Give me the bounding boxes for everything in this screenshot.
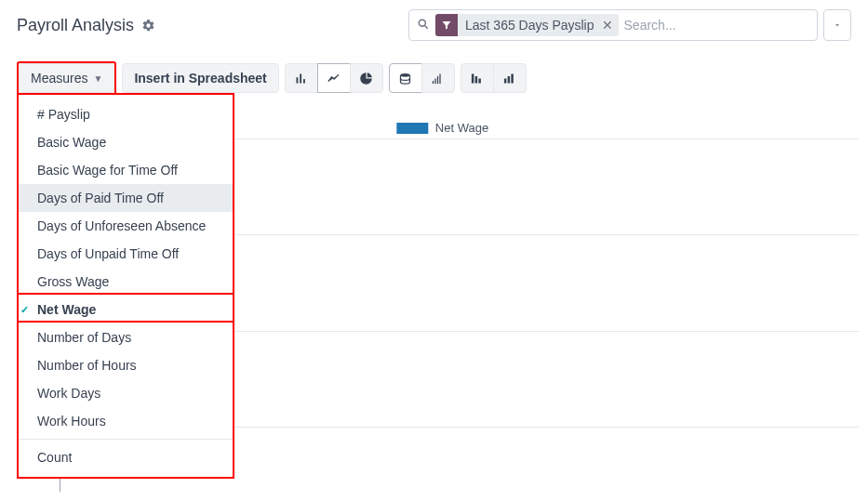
svg-rect-13 bbox=[504, 78, 507, 83]
measure-option[interactable]: Number of Days bbox=[19, 323, 233, 351]
measure-option-label: Days of Unforeseen Absence bbox=[32, 218, 206, 233]
measure-option-label: Days of Paid Time Off bbox=[32, 191, 164, 205]
pie-chart-button[interactable] bbox=[350, 63, 383, 93]
measure-option-label: Count bbox=[32, 450, 72, 465]
measure-option[interactable]: # Payslip bbox=[19, 100, 233, 128]
chart-legend[interactable]: Net Wage bbox=[396, 121, 488, 135]
line-chart-button[interactable] bbox=[317, 63, 351, 93]
filter-chip: Last 365 Days Payslip ✕ bbox=[435, 14, 619, 36]
svg-rect-14 bbox=[508, 76, 511, 84]
sort-asc-button[interactable] bbox=[493, 63, 527, 93]
svg-rect-15 bbox=[512, 73, 514, 83]
measure-option-label: Work Days bbox=[32, 386, 100, 401]
svg-rect-12 bbox=[479, 78, 482, 83]
legend-swatch bbox=[396, 123, 428, 134]
stacked-button[interactable] bbox=[389, 63, 422, 93]
measure-option-label: Number of Hours bbox=[32, 358, 137, 373]
measure-option[interactable]: Basic Wage for Time Off bbox=[19, 156, 233, 184]
svg-rect-6 bbox=[433, 81, 434, 84]
title-wrap: Payroll Analysis bbox=[17, 16, 155, 35]
measure-option[interactable]: Days of Unpaid Time Off bbox=[19, 240, 233, 268]
measure-option[interactable]: Days of Unforeseen Absence bbox=[19, 212, 233, 240]
measure-option[interactable]: Basic Wage bbox=[19, 128, 233, 156]
search-input[interactable] bbox=[624, 18, 813, 33]
measure-option[interactable]: Number of Hours bbox=[19, 351, 233, 379]
search-options-button[interactable] bbox=[823, 9, 851, 41]
dropdown-separator bbox=[19, 439, 233, 440]
measure-option[interactable]: Work Hours bbox=[19, 407, 233, 435]
measures-label: Measures bbox=[31, 71, 87, 86]
measure-option[interactable]: Gross Wage bbox=[19, 268, 233, 296]
measure-option-label: # Payslip bbox=[32, 107, 90, 122]
svg-rect-8 bbox=[437, 76, 438, 84]
svg-rect-2 bbox=[297, 77, 299, 83]
measure-option[interactable]: Work Days bbox=[19, 379, 233, 407]
sort-desc-button[interactable] bbox=[461, 63, 494, 93]
svg-rect-4 bbox=[303, 79, 305, 83]
measure-option[interactable]: ✓Net Wage bbox=[19, 296, 233, 323]
svg-rect-7 bbox=[435, 78, 436, 84]
search-icon bbox=[417, 18, 430, 33]
caret-down-icon: ▼ bbox=[93, 73, 102, 84]
insert-spreadsheet-label: Insert in Spreadsheet bbox=[134, 71, 266, 86]
svg-rect-3 bbox=[300, 73, 302, 83]
measure-option-label: Net Wage bbox=[32, 302, 96, 317]
sort-group bbox=[461, 63, 527, 93]
measure-option-label: Basic Wage for Time Off bbox=[32, 163, 178, 178]
gear-icon[interactable] bbox=[141, 19, 155, 33]
measure-option-count[interactable]: Count bbox=[19, 443, 233, 471]
cumulative-button[interactable] bbox=[421, 63, 455, 93]
filter-chip-label: Last 365 Days Payslip bbox=[458, 18, 602, 33]
insert-spreadsheet-button[interactable]: Insert in Spreadsheet bbox=[122, 63, 278, 93]
funnel-icon bbox=[435, 14, 458, 36]
stack-group bbox=[389, 63, 455, 93]
bar-chart-button[interactable] bbox=[285, 63, 318, 93]
measure-option[interactable]: Days of Paid Time Off bbox=[19, 184, 233, 212]
close-icon[interactable]: ✕ bbox=[602, 18, 619, 33]
measure-option-label: Basic Wage bbox=[32, 135, 106, 150]
measures-dropdown: # PayslipBasic WageBasic Wage for Time O… bbox=[17, 93, 234, 479]
legend-label: Net Wage bbox=[435, 121, 488, 135]
svg-rect-10 bbox=[472, 73, 474, 83]
svg-rect-9 bbox=[440, 73, 441, 84]
measure-option-label: Days of Unpaid Time Off bbox=[32, 246, 179, 261]
svg-rect-11 bbox=[475, 76, 478, 84]
search-wrap: Last 365 Days Payslip ✕ bbox=[408, 9, 851, 41]
page-title: Payroll Analysis bbox=[17, 16, 134, 35]
search-bar[interactable]: Last 365 Days Payslip ✕ bbox=[408, 9, 818, 41]
chart-type-group bbox=[285, 63, 383, 93]
measure-option-label: Gross Wage bbox=[32, 274, 109, 289]
svg-point-0 bbox=[419, 20, 425, 26]
header: Payroll Analysis Last 365 Days Payslip ✕ bbox=[0, 0, 868, 48]
svg-point-5 bbox=[401, 73, 410, 76]
check-icon: ✓ bbox=[20, 304, 29, 316]
measure-option-label: Work Hours bbox=[32, 414, 106, 428]
measure-option-label: Number of Days bbox=[32, 330, 131, 345]
svg-line-1 bbox=[425, 25, 428, 28]
measures-button[interactable]: Measures ▼ bbox=[19, 63, 114, 93]
